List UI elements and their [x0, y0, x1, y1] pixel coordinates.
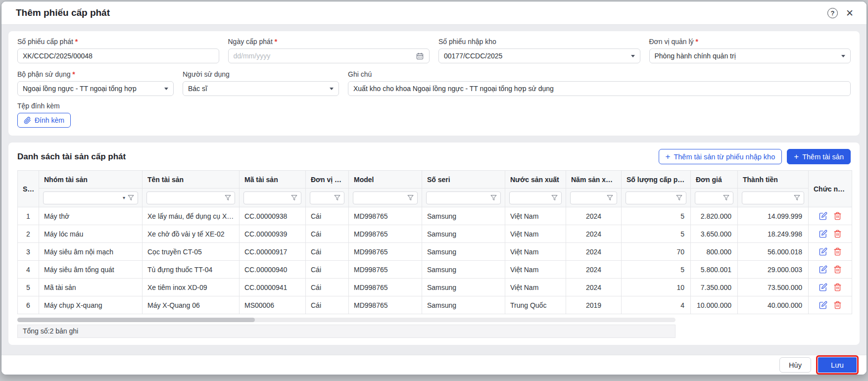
don-vi-quan-ly-value: Phòng hành chính quản trị [655, 52, 736, 60]
filter-icon [607, 194, 613, 201]
cell-model: MD998765 [349, 279, 422, 296]
filter-icon [676, 194, 682, 201]
field-bo-phan-su-dung: Bộ phận sử dụng Ngoại lồng ngực - TT ngo… [17, 70, 174, 96]
cell-nhom: Máy chụp X-quang [39, 296, 143, 314]
cell-seri: Samsung [422, 225, 505, 243]
edit-asset-icon[interactable] [819, 283, 827, 291]
cell-nhom: Máy lóc máu [39, 225, 143, 243]
column-header: Đơn giá [691, 171, 738, 189]
cell-ten: Máy X-Quang 06 [143, 296, 240, 314]
scrollbar-thumb[interactable] [17, 318, 255, 322]
cell-actions [809, 225, 852, 243]
cell-ma: CC.00000939 [240, 225, 306, 243]
cell-ma: CC.00000940 [240, 261, 306, 279]
delete-asset-icon[interactable] [833, 230, 842, 238]
field-so-phieu-nhap-kho: Số phiếu nhập kho 00177/CCDC/2025 [438, 38, 640, 63]
plus-icon: + [794, 152, 799, 161]
field-ghi-chu: Ghi chú [348, 70, 851, 96]
column-filter[interactable]: ▾ [43, 191, 138, 204]
column-filter[interactable] [426, 191, 501, 204]
cell-actions [809, 279, 852, 296]
so-phieu-cap-phat-input[interactable] [17, 48, 219, 63]
column-filter[interactable] [695, 191, 733, 204]
cell-ten: Cọc truyền CT-05 [143, 243, 240, 261]
chevron-down-icon [164, 88, 168, 90]
delete-asset-icon[interactable] [833, 265, 842, 274]
cell-dvt: Cái [306, 243, 349, 261]
filter-icon [407, 194, 414, 201]
field-nguoi-su-dung: Người sử dụng Bác sĩ [183, 70, 339, 96]
cell-stt: 1 [18, 207, 39, 225]
filter-icon [334, 194, 340, 201]
delete-asset-icon[interactable] [833, 283, 842, 291]
horizontal-scrollbar[interactable] [17, 318, 675, 322]
cell-stt: 4 [18, 261, 39, 279]
edit-asset-icon[interactable] [819, 247, 827, 256]
save-button[interactable]: Lưu [818, 357, 857, 373]
delete-asset-icon[interactable] [833, 212, 842, 220]
column-header: Nhóm tài sản [39, 171, 143, 189]
cancel-button[interactable]: Hủy [779, 357, 811, 373]
field-don-vi-quan-ly: Đơn vị quản lý Phòng hành chính quản trị [649, 38, 851, 63]
cell-model: MD998765 [349, 296, 422, 314]
table-header-row: STTNhóm tài sảnTên tài sảnMã tài sảnĐơn … [18, 171, 852, 189]
nguoi-su-dung-value: Bác sĩ [188, 85, 207, 93]
date-input[interactable] [234, 52, 416, 60]
column-filter[interactable] [509, 191, 562, 204]
add-asset-button[interactable]: + Thêm tài sản [787, 149, 851, 164]
cell-nuoc: Việt Nam [505, 225, 566, 243]
cell-don_gia: 7.350.000 [691, 279, 738, 296]
column-filter[interactable] [570, 191, 617, 204]
column-filter[interactable] [742, 191, 804, 204]
asset-list-section: Danh sách tài sản cấp phát + Thêm tài sả… [8, 143, 860, 345]
column-header: Số lượng cấp phát [622, 171, 691, 189]
cell-actions [809, 243, 852, 261]
filter-icon [291, 194, 297, 201]
cell-nuoc: Việt Nam [505, 243, 566, 261]
attach-file-button[interactable]: Đính kèm [17, 113, 71, 128]
so-phieu-nhap-kho-select[interactable]: 00177/CCDC/2025 [438, 48, 640, 63]
bo-phan-su-dung-select[interactable]: Ngoại lồng ngực - TT ngoại tổng hợp [17, 81, 174, 96]
ghi-chu-label: Ghi chú [348, 70, 851, 78]
edit-asset-icon[interactable] [819, 230, 827, 238]
column-filter[interactable] [243, 191, 301, 204]
edit-asset-icon[interactable] [819, 301, 827, 309]
paperclip-icon [24, 117, 31, 124]
cell-ten: Xe chở đồ vải y tế XE-02 [143, 225, 240, 243]
column-filter[interactable] [353, 191, 418, 204]
edit-asset-icon[interactable] [819, 212, 827, 220]
filter-icon [723, 194, 729, 201]
edit-asset-icon[interactable] [819, 265, 827, 274]
don-vi-quan-ly-select[interactable]: Phòng hành chính quản trị [649, 48, 851, 63]
cell-nuoc: Việt Nam [505, 279, 566, 296]
cell-dvt: Cái [306, 279, 349, 296]
help-icon[interactable]: ? [827, 8, 838, 18]
cell-seri: Samsung [422, 243, 505, 261]
modal-footer: Hủy Lưu [1, 355, 867, 375]
delete-asset-icon[interactable] [833, 301, 842, 309]
cell-don_gia: 5.800.001 [691, 261, 738, 279]
column-header: Tên tài sản [143, 171, 240, 189]
cell-ten: Tủ đựng thuốc TT-04 [143, 261, 240, 279]
add-asset-from-receipt-button[interactable]: + Thêm tài sản từ phiếu nhập kho [659, 149, 782, 164]
column-filter[interactable] [310, 191, 344, 204]
column-filter[interactable] [626, 191, 686, 204]
column-filter[interactable] [146, 191, 235, 204]
cell-don_gia: 10.000.000 [691, 296, 738, 314]
cell-so_luong: 70 [622, 243, 691, 261]
nguoi-su-dung-select[interactable]: Bác sĩ [183, 81, 339, 96]
ghi-chu-input[interactable] [348, 81, 851, 96]
cell-thanh_tien: 40.000.000 [738, 296, 809, 314]
calendar-icon[interactable] [416, 52, 424, 60]
chevron-down-icon [841, 55, 845, 57]
delete-asset-icon[interactable] [833, 247, 842, 256]
asset-list-title: Danh sách tài sản cấp phát [17, 152, 126, 162]
field-ngay-cap-phat: Ngày cấp phát [228, 38, 430, 63]
close-icon[interactable]: ✕ [846, 8, 854, 18]
filter-icon [794, 194, 800, 201]
cell-actions [809, 207, 852, 225]
cell-ma: CC.00000938 [240, 207, 306, 225]
filter-icon [225, 194, 231, 201]
cell-so_luong: 5 [622, 225, 691, 243]
ngay-cap-phat-input[interactable] [228, 48, 430, 63]
